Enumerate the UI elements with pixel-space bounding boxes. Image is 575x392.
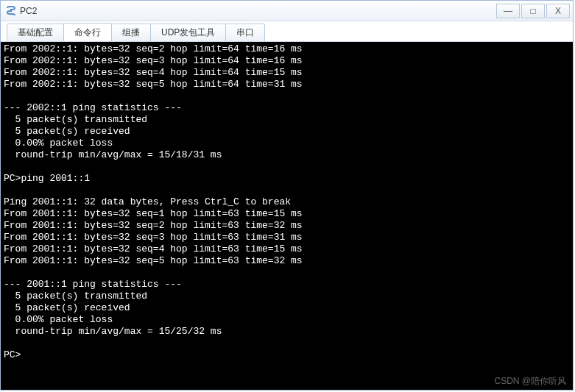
terminal-line: From 2002::1: bytes=32 seq=2 hop limit=6… <box>4 43 570 55</box>
terminal-line: 5 packet(s) received <box>4 126 570 138</box>
terminal-line: 0.00% packet loss <box>4 314 570 326</box>
terminal-line: Ping 2001::1: 32 data bytes, Press Ctrl_… <box>4 196 570 208</box>
terminal-line: From 2002::1: bytes=32 seq=5 hop limit=6… <box>4 79 570 90</box>
terminal-output[interactable]: From 2002::1: bytes=32 seq=2 hop limit=6… <box>1 42 573 390</box>
terminal-line: 5 packet(s) transmitted <box>4 114 570 126</box>
terminal-line: PC> <box>4 349 570 361</box>
terminal-line: --- 2002::1 ping statistics --- <box>4 102 570 114</box>
terminal-line: round-trip min/avg/max = 15/25/32 ms <box>4 326 570 338</box>
window-controls: — □ X <box>496 4 570 18</box>
tab-multicast[interactable]: 组播 <box>111 24 151 41</box>
window-title: PC2 <box>20 6 496 16</box>
terminal-line: round-trip min/avg/max = 15/18/31 ms <box>4 149 570 161</box>
terminal-line: From 2001::1: bytes=32 seq=4 hop limit=6… <box>4 243 570 255</box>
terminal-line <box>4 90 570 102</box>
tab-basic-config[interactable]: 基础配置 <box>7 24 64 41</box>
terminal-line: 0.00% packet loss <box>4 138 570 149</box>
terminal-line <box>4 161 570 173</box>
terminal-line: --- 2001::1 ping statistics --- <box>4 279 570 291</box>
terminal-line: From 2001::1: bytes=32 seq=2 hop limit=6… <box>4 220 570 232</box>
terminal-line: PC>ping 2001::1 <box>4 173 570 185</box>
app-icon <box>5 5 17 17</box>
close-button[interactable]: X <box>546 4 570 18</box>
terminal-line: From 2002::1: bytes=32 seq=3 hop limit=6… <box>4 55 570 67</box>
terminal-line: 5 packet(s) received <box>4 302 570 314</box>
terminal-line: From 2002::1: bytes=32 seq=4 hop limit=6… <box>4 67 570 79</box>
tab-command-line[interactable]: 命令行 <box>63 23 112 41</box>
titlebar: PC2 — □ X <box>1 1 573 21</box>
terminal-line: 5 packet(s) transmitted <box>4 291 570 302</box>
terminal-line <box>4 338 570 349</box>
terminal-line: From 2001::1: bytes=32 seq=5 hop limit=6… <box>4 255 570 267</box>
terminal-line: From 2001::1: bytes=32 seq=3 hop limit=6… <box>4 232 570 243</box>
tab-udp-tool[interactable]: UDP发包工具 <box>150 24 226 41</box>
terminal-line <box>4 185 570 196</box>
tabbar: 基础配置 命令行 组播 UDP发包工具 串口 <box>1 21 573 42</box>
terminal-line: From 2001::1: bytes=32 seq=1 hop limit=6… <box>4 208 570 220</box>
tab-serial[interactable]: 串口 <box>225 24 265 41</box>
maximize-button[interactable]: □ <box>521 4 545 18</box>
terminal-line <box>4 267 570 279</box>
app-window: PC2 — □ X 基础配置 命令行 组播 UDP发包工具 串口 From 20… <box>0 0 574 391</box>
minimize-button[interactable]: — <box>496 4 520 18</box>
